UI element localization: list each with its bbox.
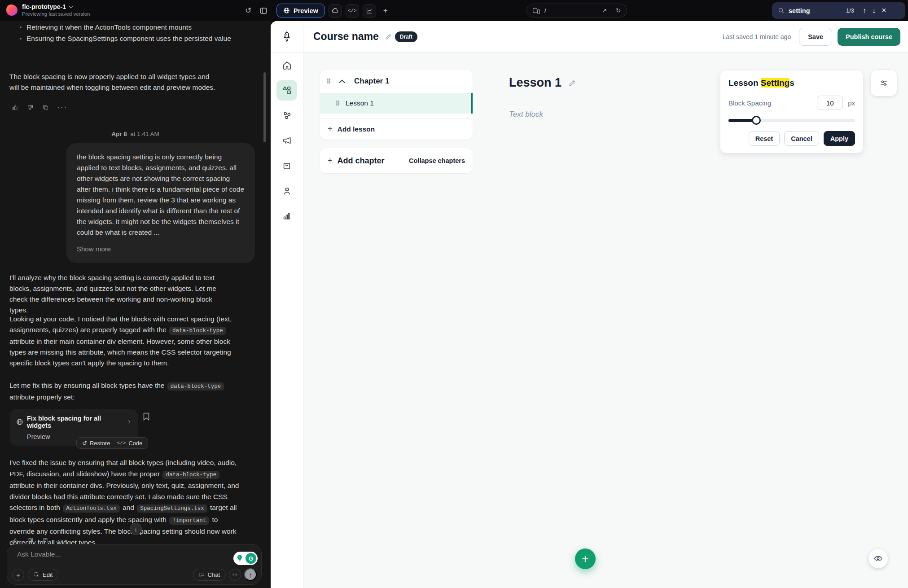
chat-input[interactable]	[17, 550, 165, 558]
restore-button[interactable]: ↺ Restore	[82, 440, 110, 447]
more-options-icon[interactable]: ···	[57, 536, 67, 544]
list-item: Retrieving it when the ActionTools compo…	[20, 22, 258, 33]
block-spacing-slider[interactable]	[728, 116, 855, 125]
reset-button[interactable]: Reset	[749, 131, 780, 146]
sidebar-item-home[interactable]	[271, 53, 303, 78]
sidebar-toggle-icon[interactable]	[258, 5, 269, 17]
chapter-row[interactable]: Chapter 1	[320, 70, 473, 93]
thumbs-up-icon[interactable]	[12, 104, 18, 111]
find-previous-icon[interactable]: ↑	[863, 7, 866, 15]
find-in-page-bar: 1/3 ↑ ↓ ×	[772, 2, 905, 19]
lesson-row-selected[interactable]: Lesson 1	[320, 93, 473, 114]
cloud-button[interactable]	[329, 4, 342, 18]
add-chapter-button[interactable]: + Add chapter	[328, 156, 385, 166]
code-view-button[interactable]: </>	[346, 4, 359, 18]
drag-handle-icon[interactable]	[327, 79, 331, 84]
open-external-icon[interactable]: ↗	[602, 7, 607, 14]
scroll-to-bottom-button[interactable]: ↓	[130, 523, 142, 535]
edit-mode-button[interactable]: Edit	[28, 569, 58, 581]
globe-icon	[16, 418, 23, 426]
block-spacing-input[interactable]	[817, 96, 843, 110]
selected-indicator	[276, 80, 297, 101]
refresh-icon[interactable]: ↻	[616, 7, 621, 14]
thumbs-up-icon[interactable]	[12, 537, 18, 544]
thumbs-down-icon[interactable]	[27, 104, 34, 111]
add-block-fab[interactable]: +	[575, 549, 596, 569]
shapes-icon	[281, 85, 292, 96]
sidebar-item-store[interactable]	[271, 153, 303, 178]
publish-course-button[interactable]: Publish course	[838, 28, 900, 46]
find-close-icon[interactable]: ×	[882, 6, 886, 15]
chapter-controls-card: + Add chapter Collapse chapters	[320, 148, 473, 173]
inline-code: !important	[169, 517, 209, 525]
voice-input-button[interactable]	[229, 569, 241, 581]
sidebar-item-profile[interactable]	[271, 178, 303, 203]
inline-code: data-block-type	[169, 327, 226, 335]
send-button[interactable]: ↑	[244, 568, 257, 581]
version-actions-pill: ↺ Restore </> Code	[76, 437, 148, 449]
app-logo[interactable]	[271, 21, 303, 53]
grammarly-g-icon: G	[246, 553, 256, 564]
find-input[interactable]	[789, 7, 846, 14]
edit-pencil-icon[interactable]	[568, 79, 576, 87]
show-more-link[interactable]: Show more	[77, 244, 245, 255]
lightbulb-icon	[235, 553, 245, 563]
bar-chart-icon	[282, 211, 292, 221]
find-next-icon[interactable]: ↓	[872, 7, 876, 15]
copy-icon[interactable]	[42, 104, 49, 111]
text-block-placeholder[interactable]: Text block	[509, 110, 543, 119]
find-match-count: 1/3	[846, 7, 854, 14]
more-options-icon[interactable]: ···	[57, 103, 67, 111]
search-match-highlight: Setting	[761, 78, 790, 88]
project-name: flc-prototype-1	[22, 3, 66, 10]
plus-icon: +	[328, 124, 333, 134]
cancel-button[interactable]: Cancel	[784, 131, 819, 146]
devices-icon	[533, 8, 540, 14]
settings-toggle-button[interactable]	[871, 70, 897, 96]
url-path: /	[544, 7, 597, 14]
thumbs-down-icon[interactable]	[27, 537, 34, 544]
inline-code: data-block-type	[167, 382, 224, 391]
chapter-card: Chapter 1 Lesson 1 + Add lesson	[320, 70, 473, 140]
collapse-chapters-button[interactable]: Collapse chapters	[409, 157, 465, 164]
waveform-icon	[232, 572, 238, 578]
chevron-up-icon[interactable]	[339, 79, 345, 83]
preview-eye-button[interactable]	[869, 549, 888, 568]
chat-scrollbar[interactable]	[263, 72, 266, 142]
plus-icon: +	[328, 156, 333, 166]
lesson-heading: Lesson 1	[509, 76, 576, 90]
apply-button[interactable]: Apply	[824, 131, 855, 146]
chat-mode-button[interactable]: Chat	[193, 569, 226, 581]
history-icon[interactable]: ↺	[242, 5, 254, 17]
unit-label: px	[848, 99, 855, 107]
sidebar-item-content[interactable]	[271, 78, 303, 103]
sidebar-item-announcements[interactable]	[271, 128, 303, 153]
grammarly-badge[interactable]: G	[233, 552, 258, 565]
bookmark-icon[interactable]	[143, 412, 150, 421]
course-outline: Chapter 1 Lesson 1 + Add lesson + Add ch…	[320, 70, 473, 173]
add-tab-button[interactable]: +	[380, 5, 391, 17]
eye-icon	[873, 554, 883, 563]
project-status: Previewing last saved version	[22, 11, 90, 17]
preview-button[interactable]: Preview	[276, 4, 325, 18]
slider-thumb[interactable]	[752, 116, 761, 125]
attach-button[interactable]: +	[12, 569, 24, 581]
analytics-button[interactable]	[363, 4, 376, 18]
url-bar[interactable]: / ↗ ↻	[526, 4, 627, 18]
chat-composer[interactable]: G + Edit Chat ↑	[7, 544, 262, 585]
save-button[interactable]: Save	[799, 28, 832, 46]
copy-icon[interactable]	[42, 537, 49, 544]
edit-pencil-icon[interactable]	[385, 33, 392, 40]
circles-icon	[282, 110, 292, 121]
assistant-message: The block spacing is now properly applie…	[9, 71, 216, 93]
sidebar-item-community[interactable]	[271, 103, 303, 128]
block-spacing-label: Block Spacing	[728, 99, 817, 107]
sidebar-item-analytics[interactable]	[271, 203, 303, 228]
add-lesson-button[interactable]: + Add lesson	[320, 118, 473, 140]
last-saved-text: Last saved 1 minute ago	[723, 33, 791, 40]
project-brand[interactable]: flc-prototype-1 Previewing last saved ve…	[6, 3, 90, 17]
assistant-message: I've fixed the issue by ensuring that al…	[9, 457, 241, 548]
assistant-message: I'll analyze why the block spacing setti…	[9, 272, 227, 316]
code-button[interactable]: </> Code	[117, 440, 142, 447]
drag-handle-icon[interactable]	[336, 101, 340, 106]
